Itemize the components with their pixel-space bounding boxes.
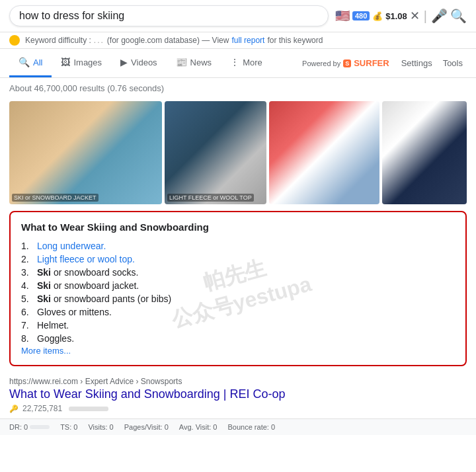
kd-prefix: Keyword difficulty : [25,36,91,45]
volume-badge: 480 [352,11,370,20]
result-title-link[interactable]: What to Wear Skiing and Snowboarding | R… [9,387,467,401]
snippet-list: 1. Long underwear. 2. Light fleece or wo… [21,239,455,345]
tab-images-label: Images [73,58,102,67]
list-num-4: 4. [21,280,34,291]
search-input[interactable] [19,10,319,22]
list-item: 2. Light fleece or wool top. [21,253,455,266]
result-url: https://www.rei.com › Expert Advice › Sn… [9,377,467,386]
result-meta-value: 22,725,781 [22,404,62,413]
cpc-badge: $1.08 [385,11,407,21]
tab-more-label: More [243,58,262,67]
search-input-wrapper [9,5,329,26]
metric-avg-label: Avg. Visit: 0 [179,423,218,431]
list-num-1: 1. [21,241,34,251]
list-item-3-text: or snowboard socks. [54,267,138,278]
list-num-8: 8. [21,333,34,344]
image-2[interactable]: LIGHT FLEECE or WOOL TOP [165,101,266,204]
more-tab-icon: ⋮ [230,57,239,67]
kd-icon [9,35,20,46]
search-bar-badges: 🇺🇸 480 💰 $1.08 ✕ | 🎤 🔍 [335,8,467,24]
kd-full-report-link[interactable]: full report [231,36,264,45]
search-submit-icon[interactable]: 🔍 [450,8,467,24]
metric-visits: Visits: 0 [88,423,113,431]
result-meta-icon: 🔑 [9,405,19,413]
metric-visits-label: Visits: 0 [88,423,113,431]
settings-link[interactable]: Settings [397,56,436,71]
list-item-5-bold: Ski [37,294,51,304]
list-item: 3. Ski or snowboard socks. [21,266,455,279]
result-meta: 🔑 22,725,781 [9,404,467,413]
snippet-title: What to Wear Skiing and Snowboarding [21,221,455,233]
images-tab-icon: 🖼 [61,57,70,67]
tab-videos[interactable]: ▶ Videos [111,49,167,77]
list-item: 7. Helmet. [21,319,455,332]
keyword-difficulty-bar: Keyword difficulty : ... (for google.com… [0,32,476,49]
list-item-4-bold: Ski [37,280,51,291]
metric-pages-label: Pages/Visit: 0 [124,423,169,431]
image-3[interactable] [269,101,379,204]
list-item: 1. Long underwear. [21,239,455,253]
image-4[interactable] [382,101,467,204]
metric-dr-bar [30,425,50,429]
list-item-1-link[interactable]: Long underwear. [37,241,106,251]
volume-icon: 💰 [372,11,383,21]
list-item: 4. Ski or snowboard jacket. [21,279,455,292]
list-item: 6. Gloves or mittens. [21,305,455,319]
tab-more[interactable]: ⋮ More [221,49,272,77]
news-tab-icon: 📰 [176,57,187,67]
image-1[interactable]: SKI or SNOWBOARD JACKET [9,101,162,204]
list-item-8-text: Goggles. [37,333,74,344]
close-icon[interactable]: ✕ [410,9,420,23]
image-strip: SKI or SNOWBOARD JACKET LIGHT FLEECE or … [0,98,476,211]
nav-tabs-right: Powered by S SURFER Settings Tools [302,56,467,71]
metric-avg-visit: Avg. Visit: 0 [179,423,218,431]
list-num-7: 7. [21,320,34,331]
list-num-5: 5. [21,294,34,304]
kd-suffix: for this keyword [267,36,323,45]
search-bar: 🇺🇸 480 💰 $1.08 ✕ | 🎤 🔍 [0,0,476,32]
tab-videos-label: Videos [131,58,157,67]
videos-tab-icon: ▶ [120,57,128,67]
featured-snippet: What to Wear Skiing and Snowboarding 1. … [9,211,467,366]
kd-dots: ... [94,36,104,45]
metric-bounce-label: Bounce rate: 0 [227,423,275,431]
metric-bounce: Bounce rate: 0 [227,423,275,431]
surfer-logo: S [343,59,351,67]
tab-news-label: News [190,58,212,67]
result-meta-bar [69,407,108,411]
mic-icon[interactable]: 🎤 [431,8,448,24]
list-item-3-bold: Ski [37,267,51,278]
metric-ts-label: TS: 0 [60,423,77,431]
list-item: 8. Goggles. [21,332,455,345]
tab-images[interactable]: 🖼 Images [52,49,111,77]
list-item: 5. Ski or snowboard pants (or bibs) [21,292,455,305]
metric-pages: Pages/Visit: 0 [124,423,169,431]
all-tab-icon: 🔍 [19,57,30,67]
surfer-badge: Powered by S SURFER [302,58,389,68]
metric-dr-label: DR: 0 [9,423,28,431]
results-count: About 46,700,000 results (0.76 seconds) [0,78,476,98]
metric-ts: TS: 0 [60,423,77,431]
list-num-6: 6. [21,307,34,317]
metric-dr: DR: 0 [9,423,50,431]
search-result-1: https://www.rei.com › Expert Advice › Sn… [0,374,476,418]
nav-tabs-left: 🔍 All 🖼 Images ▶ Videos 📰 News ⋮ More [9,49,272,77]
powered-by-text: Powered by [302,59,340,67]
list-item-6-text: Gloves or mittens. [37,307,112,317]
flag-icon: 🇺🇸 [335,9,350,23]
list-item-4-text: or snowboard jacket. [54,280,139,291]
list-item-7-text: Helmet. [37,320,69,331]
tab-all[interactable]: 🔍 All [9,49,52,77]
tools-link[interactable]: Tools [439,56,467,71]
tab-all-label: All [33,58,42,67]
tab-news[interactable]: 📰 News [167,49,221,77]
more-items-link[interactable]: More items... [21,346,71,356]
bottom-metrics-bar: DR: 0 TS: 0 Visits: 0 Pages/Visit: 0 Avg… [0,418,476,435]
kd-description: (for google.com database) — View [107,36,229,45]
nav-tabs: 🔍 All 🖼 Images ▶ Videos 📰 News ⋮ More Po… [0,49,476,78]
list-item-5-text: or snowboard pants (or bibs) [54,294,171,304]
surfer-name: SURFER [354,58,389,68]
list-num-3: 3. [21,267,34,278]
list-num-2: 2. [21,254,34,264]
list-item-2-link[interactable]: Light fleece or wool top. [37,254,135,264]
